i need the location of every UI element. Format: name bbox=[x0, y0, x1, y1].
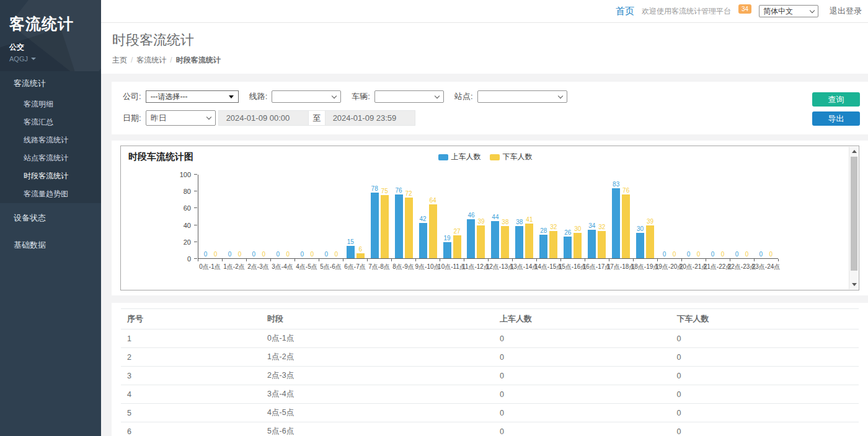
x-axis-label: 9点-10点 bbox=[415, 263, 440, 271]
x-axis-label: 17点-18点 bbox=[609, 263, 633, 271]
x-axis-label: 8点-9点 bbox=[391, 263, 415, 271]
x-axis-label: 1点-2点 bbox=[222, 263, 246, 271]
bar-group: 00 bbox=[271, 174, 295, 258]
sidebar-subitem[interactable]: 线路客流统计 bbox=[0, 131, 101, 149]
export-button[interactable]: 导出 bbox=[812, 111, 860, 126]
sidebar-item[interactable]: 基础数据 bbox=[0, 233, 101, 258]
bar-group: 156 bbox=[343, 174, 368, 258]
table-row: 10点-1点00 bbox=[121, 329, 859, 348]
notification-badge[interactable]: 34 bbox=[738, 4, 751, 14]
sidebar-subitem[interactable]: 客流明细 bbox=[0, 95, 101, 113]
scrollbar-thumb[interactable] bbox=[851, 157, 857, 271]
bar bbox=[405, 198, 413, 258]
org-code-dropdown[interactable]: AQGJ bbox=[9, 55, 101, 63]
bar-group: 3039 bbox=[633, 174, 657, 258]
legend-label: 上车人数 bbox=[451, 152, 481, 162]
legend-swatch bbox=[490, 154, 500, 160]
bar-column: 76 bbox=[395, 187, 403, 258]
sidebar-item[interactable]: 设备状态 bbox=[0, 206, 101, 230]
bar-column: 75 bbox=[381, 188, 389, 258]
scroll-up-arrow[interactable] bbox=[849, 147, 859, 156]
logout-link[interactable]: 退出登录 bbox=[830, 6, 862, 17]
bar bbox=[371, 193, 379, 258]
company-select-value: ---请选择--- bbox=[151, 92, 188, 102]
bar-column: 32 bbox=[598, 224, 606, 258]
sidebar-subitem[interactable]: 客流汇总 bbox=[0, 113, 101, 131]
company-label: 公司: bbox=[123, 91, 141, 102]
language-select[interactable]: 简体中文 bbox=[759, 5, 818, 17]
bar-value-label: 38 bbox=[502, 219, 508, 225]
bar-column: 0 bbox=[202, 251, 210, 258]
bar-column: 0 bbox=[733, 251, 741, 258]
chart-plot: 0204060801000000000000001567875767242641… bbox=[198, 175, 778, 259]
sidebar-subitem[interactable]: 时段客流统计 bbox=[0, 167, 101, 185]
content-area: 公司: ---请选择--- 线路: 车辆: bbox=[101, 74, 868, 436]
date-from-input[interactable]: 2024-01-09 00:00 bbox=[218, 110, 309, 126]
y-axis-tick bbox=[194, 191, 197, 191]
bar-value-label: 83 bbox=[613, 181, 619, 188]
y-axis-label: 80 bbox=[184, 188, 191, 195]
bar-column: 19 bbox=[443, 235, 451, 258]
breadcrumb-separator: / bbox=[131, 56, 133, 64]
table-cell: 0 bbox=[494, 404, 671, 422]
bar-value-label: 0 bbox=[769, 251, 773, 258]
bar bbox=[356, 253, 365, 258]
scroll-down-arrow[interactable] bbox=[849, 280, 859, 289]
bar-value-label: 0 bbox=[745, 251, 749, 258]
chart-scrollbar[interactable] bbox=[849, 147, 858, 289]
legend-swatch bbox=[438, 154, 448, 160]
chart-container: 时段车流统计图 上车人数下车人数 02040608010000000000000… bbox=[120, 146, 859, 290]
legend-item[interactable]: 上车人数 bbox=[438, 152, 481, 162]
legend-item[interactable]: 下车人数 bbox=[490, 152, 533, 162]
bar-column: 46 bbox=[467, 212, 475, 258]
y-axis-tick bbox=[194, 225, 197, 225]
date-preset-select[interactable]: 昨日 bbox=[146, 110, 216, 126]
bar-value-label: 32 bbox=[598, 224, 605, 230]
bar-value-label: 30 bbox=[637, 225, 644, 232]
bar-group: 1927 bbox=[440, 174, 464, 258]
date-to-input[interactable]: 2024-01-09 23:59 bbox=[325, 110, 415, 126]
table-cell: 2点-3点 bbox=[261, 367, 494, 385]
table-cell: 2 bbox=[121, 348, 261, 367]
bar-value-label: 0 bbox=[311, 251, 314, 258]
bar-value-label: 0 bbox=[286, 251, 290, 258]
table-cell: 0 bbox=[494, 329, 671, 348]
bar-group: 00 bbox=[295, 174, 319, 258]
bar bbox=[598, 231, 606, 258]
bar-group: 2630 bbox=[560, 174, 585, 258]
y-axis-tick bbox=[194, 258, 197, 259]
company-select[interactable]: ---请选择--- bbox=[146, 90, 239, 103]
sidebar-item[interactable]: 客流统计 bbox=[0, 71, 101, 95]
bar-group: 00 bbox=[706, 174, 730, 258]
bar-value-label: 6 bbox=[358, 246, 362, 253]
x-axis-label: 15点-16点 bbox=[560, 263, 585, 271]
line-select[interactable] bbox=[272, 90, 341, 103]
query-button[interactable]: 查询 bbox=[812, 92, 860, 107]
sidebar-subitem[interactable]: 客流量趋势图 bbox=[0, 185, 101, 203]
table-cell: 0 bbox=[494, 422, 671, 436]
breadcrumb-item[interactable]: 主页 bbox=[112, 56, 127, 64]
date-range-separator: 至 bbox=[309, 110, 325, 126]
bar-value-label: 32 bbox=[550, 224, 557, 230]
bar bbox=[477, 225, 485, 258]
bar bbox=[395, 194, 403, 258]
bar-group: 8376 bbox=[609, 174, 633, 258]
bar-group: 00 bbox=[247, 174, 271, 258]
breadcrumb-item[interactable]: 客流统计 bbox=[136, 56, 166, 64]
x-axis-label: 13点-14点 bbox=[512, 263, 536, 271]
home-link[interactable]: 首页 bbox=[616, 6, 634, 17]
bar-group: 00 bbox=[319, 174, 343, 258]
table-row: 32点-3点00 bbox=[121, 367, 859, 385]
bar-column: 0 bbox=[226, 251, 234, 258]
x-axis-label: 3点-4点 bbox=[270, 263, 294, 271]
column-header: 时段 bbox=[261, 309, 494, 329]
vehicle-select[interactable] bbox=[374, 90, 444, 103]
bar-value-label: 15 bbox=[347, 238, 354, 245]
sidebar-subitem[interactable]: 站点客流统计 bbox=[0, 149, 101, 167]
table-row: 65点-6点00 bbox=[121, 422, 859, 436]
station-select[interactable] bbox=[477, 90, 567, 103]
y-axis-label: 40 bbox=[184, 222, 191, 229]
triangle-down-icon bbox=[852, 283, 857, 286]
x-axis-labels: 0点-1点1点-2点2点-3点3点-4点4点-5点5点-6点6点-7点7点-8点… bbox=[198, 263, 778, 271]
breadcrumb-item: 时段客流统计 bbox=[176, 56, 221, 64]
